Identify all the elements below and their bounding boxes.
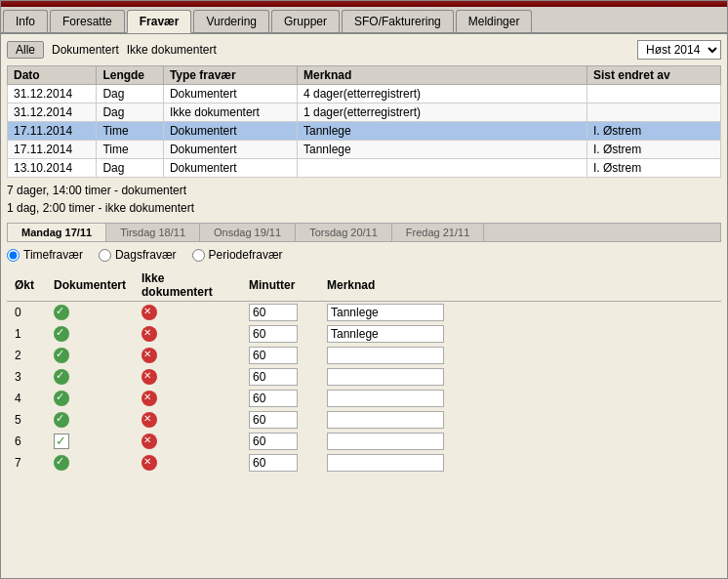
cell-lengde: Dag [97,159,164,178]
cell-dato: 17.11.2014 [8,122,97,141]
merknad-input[interactable] [327,390,444,407]
okt-header-merknad: Merknad [319,269,721,302]
radio-dagsfravaer[interactable]: Dagsfravær [99,248,177,262]
tab-fravaer[interactable]: Fravær [127,10,192,33]
cell-sist: I. Østrem [586,159,720,178]
summary-line1: 7 dager, 14:00 timer - dokumentert [7,182,721,199]
merknad-input[interactable] [327,304,444,321]
okt-dok [46,345,134,366]
okt-min [241,366,319,388]
check-green-icon [54,348,69,363]
filter-row: Alle Dokumentert Ikke dokumentert Høst 2… [7,40,721,60]
merknad-input[interactable] [327,325,444,343]
radio-row: Timefravær Dagsfravær Periodefravær [7,248,721,262]
check-green-icon [54,391,69,406]
tab-info[interactable]: Info [3,10,48,32]
tab-vurdering[interactable]: Vurdering [193,10,269,32]
table-row[interactable]: 17.11.2014 Time Dokumentert Tannlege I. … [8,122,721,141]
radio-periodefravaer[interactable]: Periodefravær [192,248,283,262]
dokumentert-label: Dokumentert [52,43,119,57]
cell-lengde: Dag [97,103,164,122]
alle-button[interactable]: Alle [7,41,44,59]
min-input[interactable] [249,347,298,364]
day-tab-2[interactable]: Onsdag 19/11 [200,224,296,241]
check-green-icon [54,305,69,320]
okt-ikke [134,388,241,409]
x-red-icon [142,348,157,363]
cell-sist: I. Østrem [586,141,720,159]
day-tab-0[interactable]: Mandag 17/11 [8,224,106,241]
okt-ikke [134,431,241,452]
min-input[interactable] [249,304,298,321]
okt-num: 7 [7,452,46,474]
table-row[interactable]: 31.12.2014 Dag Ikke dokumentert 1 dager(… [8,103,721,122]
okt-num: 2 [7,345,46,366]
min-input[interactable] [249,325,298,343]
tab-meldinger[interactable]: Meldinger [456,10,533,32]
header-merknad: Merknad [297,66,586,85]
okt-merknad [319,366,721,388]
okt-ikke [134,366,241,388]
cell-merknad [297,159,586,178]
list-item: 7 [7,452,721,474]
day-tab-3[interactable]: Torsdag 20/11 [296,224,392,241]
check-square-icon [54,434,69,449]
okt-header-min: Minutter [241,269,319,302]
check-green-icon [54,455,69,471]
okt-min [241,452,319,474]
merknad-input[interactable] [327,454,444,472]
radio-timefraer[interactable]: Timefravær [7,248,83,262]
tab-foresatte[interactable]: Foresatte [50,10,125,32]
merknad-input[interactable] [327,411,444,429]
day-tab-1[interactable]: Tirsdag 18/11 [106,224,200,241]
list-item: 4 [7,388,721,409]
cell-sist [586,103,720,122]
okt-min [241,323,319,345]
tab-sfo[interactable]: SFO/Fakturering [342,10,454,32]
min-input[interactable] [249,454,298,472]
tab-grupper[interactable]: Grupper [271,10,340,32]
okt-dok [46,366,134,388]
check-green-icon [54,326,69,342]
list-item: 0 [7,302,721,324]
okt-table: Økt Dokumentert Ikke dokumentert Minutte… [7,269,721,474]
check-green-icon [54,412,69,428]
cell-lengde: Time [97,141,164,159]
okt-min [241,388,319,409]
summary: 7 dager, 14:00 timer - dokumentert 1 dag… [7,182,721,217]
day-tab-4[interactable]: Fredag 21/11 [392,224,484,241]
okt-num: 6 [7,431,46,452]
cell-sist: I. Østrem [586,122,720,141]
table-row[interactable]: 13.10.2014 Dag Dokumentert I. Østrem [8,159,721,178]
cell-dato: 17.11.2014 [8,141,97,159]
cell-type: Dokumentert [163,141,297,159]
x-red-icon [142,455,157,471]
merknad-input[interactable] [327,347,444,364]
cell-lengde: Dag [97,85,164,103]
merknad-input[interactable] [327,368,444,386]
season-select[interactable]: Høst 2014 Vår 2014 Høst 2013 [637,40,721,60]
okt-ikke [134,302,241,324]
tab-bar: Info Foresatte Fravær Vurdering Grupper … [1,7,727,34]
okt-num: 5 [7,409,46,431]
min-input[interactable] [249,433,298,450]
okt-ikke [134,409,241,431]
okt-num: 3 [7,366,46,388]
day-tab-bar: Mandag 17/11Tirsdag 18/11Onsdag 19/11Tor… [7,223,721,242]
okt-merknad [319,302,721,324]
okt-dok [46,302,134,324]
okt-merknad [319,388,721,409]
table-row[interactable]: 17.11.2014 Time Dokumentert Tannlege I. … [8,141,721,159]
header-lengde: Lengde [97,66,164,85]
okt-merknad [319,431,721,452]
table-row[interactable]: 31.12.2014 Dag Dokumentert 4 dager(etter… [8,85,721,103]
merknad-input[interactable] [327,433,444,450]
min-input[interactable] [249,411,298,429]
min-input[interactable] [249,390,298,407]
cell-merknad: Tannlege [297,141,586,159]
okt-num: 4 [7,388,46,409]
okt-ikke [134,323,241,345]
min-input[interactable] [249,368,298,386]
okt-min [241,302,319,324]
main-window: Info Foresatte Fravær Vurdering Grupper … [0,0,728,579]
